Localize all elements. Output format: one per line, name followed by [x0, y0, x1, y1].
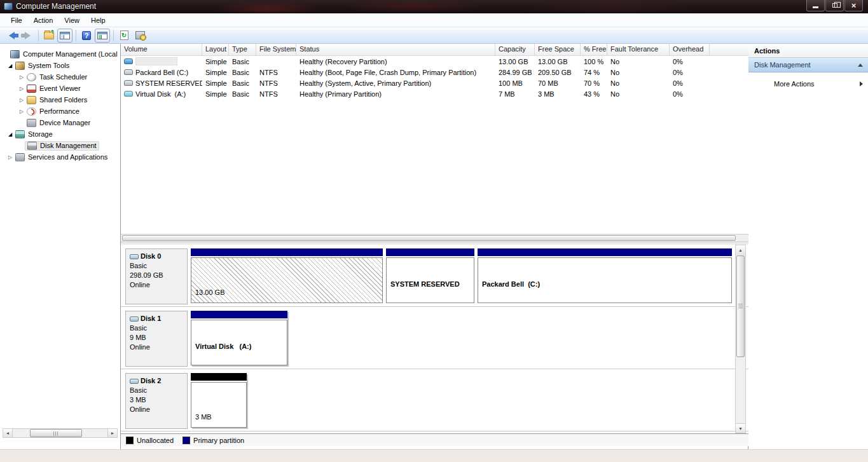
- more-actions-button[interactable]: More Actions: [748, 77, 868, 91]
- primary-partition-color-swatch: [183, 437, 190, 444]
- expanded-twisty-icon[interactable]: ◢: [5, 63, 15, 69]
- services-applications-icon: [15, 153, 25, 161]
- partition-type-bar: [191, 373, 247, 381]
- partition-unallocated[interactable]: 3 MB Unallocated: [191, 373, 247, 428]
- scroll-down-icon[interactable]: ▼: [736, 423, 745, 433]
- show-console-tree-button[interactable]: [57, 29, 72, 43]
- refresh-button[interactable]: ↻: [116, 29, 132, 43]
- collapse-section-icon[interactable]: [858, 64, 863, 67]
- collapsed-twisty-icon[interactable]: ▷: [17, 109, 27, 114]
- volume-icon: [124, 58, 133, 64]
- scrollbar-thumb[interactable]: [122, 235, 736, 241]
- scrollbar-thumb[interactable]: [736, 255, 745, 357]
- partition-packard-bell-c[interactable]: Packard Bell (C:) 284.99 GB NTFS Healthy…: [478, 248, 732, 303]
- scroll-left-icon[interactable]: ◄: [3, 429, 13, 437]
- rescan-disks-button[interactable]: [132, 29, 148, 43]
- tree-item-performance[interactable]: ▷ Performance: [0, 105, 120, 117]
- system-tools-icon: [15, 62, 25, 70]
- task-scheduler-icon: [27, 73, 36, 81]
- column-header-volume[interactable]: Volume: [121, 44, 202, 55]
- column-header-fault-tolerance[interactable]: Fault Tolerance: [607, 44, 670, 55]
- collapsed-twisty-icon[interactable]: ▷: [5, 154, 15, 160]
- disk-1-header[interactable]: Disk 1 Basic 9 MB Online: [125, 311, 188, 367]
- scrollbar-thumb[interactable]: [30, 429, 82, 437]
- tree-item-task-scheduler[interactable]: ▷ Task Scheduler: [0, 71, 120, 83]
- tree-item-services-applications[interactable]: ▷ Services and Applications: [0, 151, 120, 163]
- help-button[interactable]: ?: [79, 29, 94, 43]
- column-header-free-space[interactable]: Free Space: [535, 44, 581, 55]
- toolbar-separator: [76, 30, 76, 41]
- graphical-disk-view: Disk 0 Basic 298.09 GB Online 13.00 GB H…: [121, 245, 748, 433]
- actions-panel-title: Actions: [748, 44, 868, 58]
- restore-icon: [832, 3, 837, 8]
- volume-row-virtual-disk[interactable]: Virtual Disk (A:) Simple Basic NTFS Heal…: [121, 88, 748, 99]
- partition-virtual-disk-a[interactable]: Virtual Disk (A:) 7 MB NTFS Healthy (Pri…: [191, 311, 287, 365]
- title-bar[interactable]: Computer Management ×: [0, 0, 868, 13]
- computer-management-window: Computer Management × File Action View H…: [0, 0, 868, 462]
- disk-icon: [130, 316, 139, 322]
- column-header-capacity[interactable]: Capacity: [495, 44, 535, 55]
- column-header-filler: [710, 44, 748, 55]
- empty-volume-name-selection: [135, 57, 177, 65]
- disk-2-header[interactable]: Disk 2 Basic 3 MB Online: [125, 373, 188, 429]
- volume-row-system-reserved[interactable]: SYSTEM RESERVED Simple Basic NTFS Health…: [121, 78, 748, 88]
- menu-view[interactable]: View: [59, 15, 85, 26]
- volume-icon: [124, 91, 133, 97]
- up-one-level-icon: [44, 32, 54, 39]
- graph-vertical-scrollbar[interactable]: ▲ ▼: [735, 245, 746, 433]
- toolbar-separator: [38, 30, 39, 41]
- menu-help[interactable]: Help: [85, 15, 111, 26]
- scroll-up-icon[interactable]: ▲: [736, 245, 745, 255]
- app-icon: [4, 3, 13, 10]
- scroll-right-icon[interactable]: ►: [107, 429, 117, 437]
- partition-system-reserved[interactable]: SYSTEM RESERVED 100 MB NTFS Healthy (Sys…: [386, 248, 474, 303]
- tree-item-disk-management[interactable]: Disk Management: [0, 140, 120, 151]
- up-one-level-button[interactable]: [41, 29, 57, 43]
- column-header-type[interactable]: Type: [229, 44, 256, 55]
- back-button[interactable]: [4, 29, 19, 43]
- tree-item-device-manager[interactable]: Device Manager: [0, 117, 120, 128]
- actions-section-disk-management[interactable]: Disk Management: [748, 58, 868, 72]
- disk-0-header[interactable]: Disk 0 Basic 298.09 GB Online: [125, 248, 188, 304]
- partition-type-bar: [191, 248, 383, 256]
- tree-item-system-tools[interactable]: ◢ System Tools: [0, 60, 120, 71]
- column-header-file-system[interactable]: File System: [256, 44, 296, 55]
- tree-item-computer-management[interactable]: Computer Management (Local: [0, 48, 120, 60]
- collapsed-twisty-icon[interactable]: ▷: [17, 74, 27, 80]
- menu-file[interactable]: File: [5, 15, 28, 26]
- restore-button[interactable]: [825, 0, 844, 11]
- volume-row-packard-bell[interactable]: Packard Bell (C:) Simple Basic NTFS Heal…: [121, 67, 748, 78]
- shared-folders-icon: [27, 96, 36, 104]
- menu-action[interactable]: Action: [28, 15, 59, 26]
- collapsed-twisty-icon[interactable]: ▷: [17, 97, 27, 103]
- unallocated-color-swatch: [126, 437, 134, 444]
- collapsed-twisty-icon[interactable]: ▷: [17, 86, 27, 92]
- disk-1-row: Disk 1 Basic 9 MB Online Virtual Disk (A…: [121, 307, 748, 369]
- list-horizontal-scrollbar[interactable]: [121, 234, 748, 242]
- partition-recovery[interactable]: 13.00 GB Healthy (Recovery Partition): [191, 248, 383, 303]
- minimize-button[interactable]: [806, 0, 825, 11]
- toolbar: ? ↻: [0, 27, 868, 44]
- column-header-layout[interactable]: Layout: [202, 44, 229, 55]
- volume-list-pane: Volume Layout Type File System Status Ca…: [121, 44, 748, 234]
- actions-panel: Actions Disk Management More Actions: [748, 44, 868, 449]
- forward-button[interactable]: [20, 29, 35, 43]
- expanded-twisty-icon[interactable]: ◢: [5, 132, 15, 137]
- show-action-pane-button[interactable]: [95, 29, 110, 43]
- tree-item-event-viewer[interactable]: ▷ Event Viewer: [0, 83, 120, 94]
- close-button[interactable]: ×: [844, 0, 863, 11]
- column-header-overhead[interactable]: Overhead: [670, 44, 710, 55]
- disk-management-main-panel: Volume Layout Type File System Status Ca…: [121, 44, 748, 449]
- column-header-pct-free[interactable]: % Free: [581, 44, 607, 55]
- legend-unallocated: Unallocated: [126, 437, 174, 444]
- column-header-status[interactable]: Status: [296, 44, 495, 55]
- window-bottom-border: [0, 449, 868, 462]
- submenu-arrow-icon: [860, 81, 863, 86]
- volume-row-recovery[interactable]: Simple Basic Healthy (Recovery Partition…: [121, 56, 748, 67]
- tree-item-storage[interactable]: ◢ Storage: [0, 128, 120, 140]
- refresh-icon: ↻: [120, 31, 128, 40]
- tree-horizontal-scrollbar[interactable]: ◄ ►: [3, 428, 118, 438]
- volume-table-header: Volume Layout Type File System Status Ca…: [121, 44, 748, 56]
- console-tree-panel: Computer Management (Local ◢ System Tool…: [0, 44, 121, 449]
- tree-item-shared-folders[interactable]: ▷ Shared Folders: [0, 94, 120, 105]
